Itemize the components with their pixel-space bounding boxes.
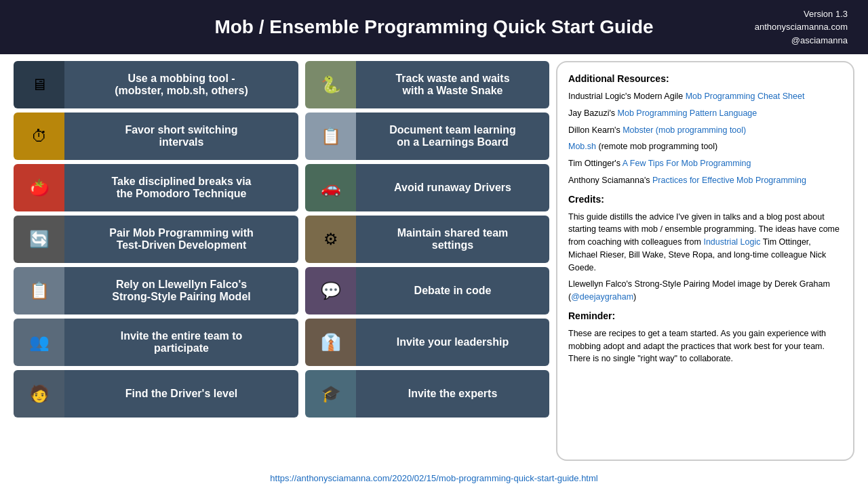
left-card-tdd: 🔄 Pair Mob Programming withTest-Driven D…	[14, 216, 298, 263]
credits-text3: Llewellyn Falco's Strong-Style Pairing M…	[568, 278, 842, 304]
card-label-mid-settings: Maintain shared teamsettings	[356, 216, 549, 263]
card-icon-mid-experts: 🎓	[314, 377, 348, 411]
card-label-mid-waste: Track waste and waitswith a Waste Snake	[356, 61, 549, 108]
mid-card-leadership: 👔 Invite your leadership	[305, 319, 549, 366]
resource-item-3: Mob.sh (remote mob programming tool)	[568, 140, 842, 153]
page-title: Mob / Ensemble Programming Quick Start G…	[142, 16, 726, 38]
header: Mob / Ensemble Programming Quick Start G…	[0, 0, 868, 54]
reminder-section: Reminder:These are recipes to get a team…	[568, 309, 842, 365]
resource-prefix-1: Jay Bazuzi's	[568, 108, 618, 118]
twitter-text: @asciamanna	[791, 35, 848, 45]
card-icon-driver: 🧑	[22, 377, 56, 411]
card-icon-mid-leadership: 👔	[314, 325, 348, 359]
card-icon-mid-learnings: 📋	[314, 119, 348, 153]
card-image-switching: ⏱	[14, 113, 64, 160]
card-label-team: Invite the entire team toparticipate	[64, 319, 298, 366]
reminder-text: These are recipes to get a team started.…	[568, 327, 842, 365]
mid-column: 🐍 Track waste and waitswith a Waste Snak…	[305, 61, 549, 461]
left-card-pomodoro: 🍅 Take disciplined breaks viathe Pomodor…	[14, 164, 298, 211]
card-icon-mid-settings: ⚙	[314, 222, 348, 256]
card-label-tdd: Pair Mob Programming withTest-Driven Dev…	[64, 216, 298, 263]
left-card-team: 👥 Invite the entire team toparticipate	[14, 319, 298, 366]
footer-link[interactable]: https://anthonysciamanna.com/2020/02/15/…	[270, 473, 597, 483]
right-panel: Additional Resources:Industrial Logic's …	[556, 61, 854, 461]
resource-link-1[interactable]: Mob Programming Pattern Language	[618, 108, 757, 118]
resource-link-3[interactable]: Mob.sh	[568, 142, 596, 151]
card-icon-strong-style: 📋	[22, 274, 56, 308]
resource-prefix-2: Dillon Kearn's	[568, 125, 623, 135]
credits-link[interactable]: Industrial Logic	[703, 237, 760, 247]
card-icon-switching: ⏱	[22, 119, 56, 153]
card-icon-team: 👥	[22, 325, 56, 359]
card-icon-mid-waste: 🐍	[314, 68, 348, 102]
card-label-mid-leadership: Invite your leadership	[356, 319, 549, 366]
card-image-mid-settings: ⚙	[305, 216, 356, 263]
footer: https://anthonysciamanna.com/2020/02/15/…	[0, 468, 868, 488]
card-label-mid-experts: Invite the experts	[356, 370, 549, 418]
left-column: 🖥 Use a mobbing tool -(mobster, mob.sh, …	[14, 61, 298, 461]
card-image-mid-waste: 🐍	[305, 61, 356, 108]
card-image-pomodoro: 🍅	[14, 164, 64, 211]
mid-card-experts: 🎓 Invite the experts	[305, 370, 549, 418]
card-icon-tdd: 🔄	[22, 222, 56, 256]
resource-link-5[interactable]: Practices for Effective Mob Programming	[652, 176, 806, 185]
card-image-strong-style: 📋	[14, 267, 64, 314]
reminder-heading: Reminder:	[568, 309, 842, 323]
card-image-mid-learnings: 📋	[305, 113, 356, 160]
card-label-mobbing-tool: Use a mobbing tool -(mobster, mob.sh, ot…	[64, 61, 298, 108]
website-text: anthonysciamanna.com	[755, 22, 848, 32]
credits-text: This guide distills the advice I've give…	[568, 211, 842, 274]
card-label-mid-debate: Debate in code	[356, 267, 549, 314]
card-image-mid-runaway: 🚗	[305, 164, 356, 211]
resource-item-4: Tim Ottinger's A Few Tips For Mob Progra…	[568, 157, 842, 170]
left-card-strong-style: 📋 Rely on Llewellyn Falco'sStrong-Style …	[14, 267, 298, 314]
card-label-pomodoro: Take disciplined breaks viathe Pomodoro …	[64, 164, 298, 211]
resource-link-2[interactable]: Mobster (mob programming tool)	[623, 125, 746, 135]
mid-card-learnings: 📋 Document team learningon a Learnings B…	[305, 113, 549, 160]
mid-card-debate: 💬 Debate in code	[305, 267, 549, 314]
card-image-mid-experts: 🎓	[305, 370, 356, 418]
version-info: Version 1.3 anthonysciamanna.com @asciam…	[726, 7, 848, 47]
left-card-mobbing-tool: 🖥 Use a mobbing tool -(mobster, mob.sh, …	[14, 61, 298, 108]
card-icon-mid-debate: 💬	[314, 274, 348, 308]
resource-link-4[interactable]: A Few Tips For Mob Programming	[623, 159, 751, 168]
additional-resources-section: Additional Resources:Industrial Logic's …	[568, 72, 842, 187]
card-label-mid-learnings: Document team learningon a Learnings Boa…	[356, 113, 549, 160]
credits-heading: Credits:	[568, 192, 842, 207]
resource-item-1: Jay Bazuzi's Mob Programming Pattern Lan…	[568, 107, 842, 120]
card-icon-mid-runaway: 🚗	[314, 171, 348, 205]
mid-card-runaway: 🚗 Avoid runaway Drivers	[305, 164, 549, 211]
derek-graham-link[interactable]: @deejaygraham	[571, 292, 633, 302]
card-image-mid-leadership: 👔	[305, 319, 356, 366]
resource-prefix-4: Tim Ottinger's	[568, 159, 623, 168]
resource-suffix-3: (remote mob programming tool)	[596, 142, 717, 151]
version-text: Version 1.3	[804, 9, 848, 19]
card-image-team: 👥	[14, 319, 64, 366]
credits-section: Credits:This guide distills the advice I…	[568, 192, 842, 304]
resource-item-0: Industrial Logic's Modern Agile Mob Prog…	[568, 90, 842, 103]
card-image-driver: 🧑	[14, 370, 64, 418]
resource-prefix-5: Anthony Sciamanna's	[568, 176, 652, 185]
card-icon-pomodoro: 🍅	[22, 171, 56, 205]
left-card-switching: ⏱ Favor short switchingintervals	[14, 113, 298, 160]
resource-item-2: Dillon Kearn's Mobster (mob programming …	[568, 124, 842, 137]
resource-prefix-0: Industrial Logic's Modern Agile	[568, 92, 686, 101]
card-icon-mobbing-tool: 🖥	[22, 68, 56, 102]
resource-item-5: Anthony Sciamanna's Practices for Effect…	[568, 174, 842, 187]
card-label-switching: Favor short switchingintervals	[64, 113, 298, 160]
resource-link-0[interactable]: Mob Programming Cheat Sheet	[686, 92, 805, 101]
card-label-driver: Find the Driver's level	[64, 370, 298, 418]
additional-resources-heading: Additional Resources:	[568, 72, 842, 86]
mid-card-waste: 🐍 Track waste and waitswith a Waste Snak…	[305, 61, 549, 108]
card-label-strong-style: Rely on Llewellyn Falco'sStrong-Style Pa…	[64, 267, 298, 314]
card-image-mobbing-tool: 🖥	[14, 61, 64, 108]
main-content: 🖥 Use a mobbing tool -(mobster, mob.sh, …	[0, 54, 868, 468]
card-image-tdd: 🔄	[14, 216, 64, 263]
card-image-mid-debate: 💬	[305, 267, 356, 314]
mid-card-settings: ⚙ Maintain shared teamsettings	[305, 216, 549, 263]
left-card-driver: 🧑 Find the Driver's level	[14, 370, 298, 418]
card-label-mid-runaway: Avoid runaway Drivers	[356, 164, 549, 211]
